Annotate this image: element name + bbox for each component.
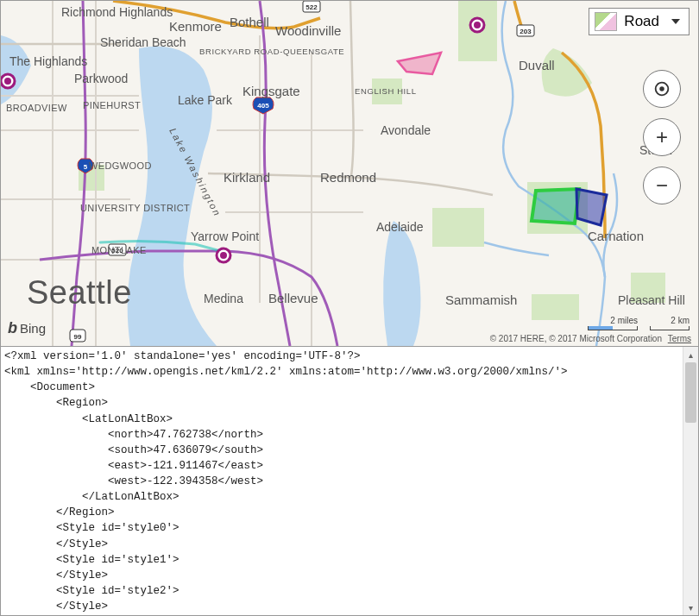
app-window: 522 203 520 5 405 99 Richmond Highlands …	[0, 0, 699, 616]
vertical-scrollbar[interactable]: ▴ ▾	[683, 347, 698, 615]
city-label: Parkwood	[74, 72, 128, 85]
map-type-selector[interactable]: Road	[589, 8, 690, 35]
scrollbar-thumb[interactable]	[685, 362, 696, 423]
city-label: Pleasant Hill	[618, 293, 685, 307]
city-label: Duvall	[519, 58, 555, 72]
city-label: Medina	[204, 292, 243, 305]
svg-point-21	[220, 252, 227, 259]
green-area-label: ENGLISH HILL	[355, 86, 417, 96]
kml-polygon-green[interactable]	[532, 189, 579, 223]
city-label: Kingsgate	[242, 84, 300, 98]
bing-logo-text: Bing	[20, 321, 46, 336]
svg-text:522: 522	[305, 3, 318, 11]
attribution-text: © 2017 HERE, © 2017 Microsoft Corporatio…	[490, 334, 662, 343]
bing-b-icon: b	[8, 319, 17, 337]
svg-rect-2	[432, 208, 484, 247]
plus-icon: +	[656, 125, 668, 149]
zoom-out-button[interactable]: −	[643, 167, 681, 204]
map-pushpin[interactable]	[1, 74, 15, 88]
target-icon	[652, 79, 671, 98]
city-label: Bothell	[230, 15, 269, 29]
neighborhood-label: WEDGWOOD	[89, 160, 152, 171]
city-label: Lake Park	[178, 93, 233, 107]
map-controls: + −	[643, 70, 681, 204]
map-type-swatch-icon	[595, 12, 617, 31]
city-label: The Highlands	[9, 54, 87, 68]
city-label: Carnation	[588, 229, 644, 243]
svg-text:203: 203	[520, 28, 532, 35]
scale-km-label: 2 km	[671, 316, 690, 325]
svg-text:405: 405	[257, 102, 269, 110]
map-pushpin[interactable]	[217, 248, 230, 262]
scale-miles-label: 2 miles	[610, 316, 638, 325]
svg-text:99: 99	[74, 333, 82, 341]
svg-rect-7	[532, 294, 579, 320]
city-label: Bellevue	[268, 291, 318, 305]
primary-city-label: Seattle	[27, 274, 132, 311]
city-label: Redmond	[320, 170, 376, 185]
city-label: Woodinville	[275, 23, 341, 38]
locate-me-button[interactable]	[643, 70, 681, 108]
city-label: Avondale	[381, 123, 431, 137]
city-label: Sammamish	[445, 292, 517, 307]
minus-icon: −	[656, 173, 668, 198]
map-pushpin[interactable]	[470, 18, 484, 32]
code-pane: <?xml version='1.0' standalone='yes' enc…	[1, 346, 698, 615]
map-type-label: Road	[624, 13, 659, 30]
route-shield-203: 203	[517, 25, 534, 36]
neighborhood-label: UNIVERSITY DISTRICT	[80, 203, 190, 213]
map-attribution: © 2017 HERE, © 2017 Microsoft Corporatio…	[490, 334, 691, 343]
svg-point-19	[474, 22, 481, 28]
city-label: Kenmore	[169, 19, 222, 34]
city-label: Richmond Highlands	[61, 5, 173, 19]
terms-link[interactable]: Terms	[668, 334, 691, 343]
chevron-down-icon	[671, 19, 680, 24]
route-shield-522: 522	[303, 1, 320, 12]
scale-bar: 2 miles 2 km	[588, 316, 690, 330]
neighborhood-label: MONTLAKE	[91, 245, 147, 255]
neighborhood-label: PINEHURST	[83, 100, 141, 110]
kml-polygon-blue[interactable]	[576, 189, 607, 225]
green-area-label: BRICKYARD ROAD-QUEENSGATE	[199, 47, 344, 56]
scroll-down-arrow-icon[interactable]: ▾	[683, 600, 698, 615]
city-label: Kirkland	[224, 170, 270, 185]
svg-point-23	[4, 78, 11, 85]
neighborhood-label: BROADVIEW	[6, 103, 67, 113]
city-label: Yarrow Point	[191, 229, 259, 243]
kml-source[interactable]: <?xml version='1.0' standalone='yes' enc…	[4, 349, 679, 615]
route-shield-99: 99	[70, 330, 85, 342]
svg-text:5: 5	[84, 163, 88, 171]
code-scroll-area[interactable]: <?xml version='1.0' standalone='yes' enc…	[1, 347, 683, 615]
zoom-in-button[interactable]: +	[643, 118, 681, 156]
bing-logo: b Bing	[8, 319, 46, 337]
svg-point-35	[659, 86, 664, 91]
scroll-up-arrow-icon[interactable]: ▴	[683, 347, 698, 362]
city-label: Sheridan Beach	[100, 35, 186, 49]
map-pane[interactable]: 522 203 520 5 405 99 Richmond Highlands …	[1, 1, 698, 346]
city-label: Adelaide	[376, 220, 424, 234]
